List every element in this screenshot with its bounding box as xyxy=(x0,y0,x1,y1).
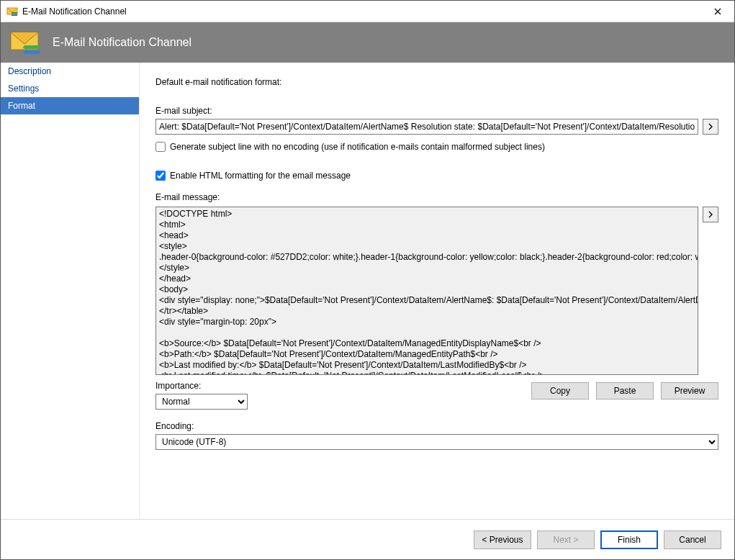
subject-insert-button[interactable] xyxy=(703,119,718,135)
close-button[interactable] xyxy=(701,1,734,22)
sidebar-item-label: Description xyxy=(8,66,51,76)
html-format-checkbox[interactable] xyxy=(155,171,166,181)
sidebar: Description Settings Format xyxy=(1,63,140,519)
content-pane: Default e-mail notification format: E-ma… xyxy=(140,63,734,519)
message-insert-button[interactable] xyxy=(703,207,718,222)
sidebar-item-format[interactable]: Format xyxy=(1,97,139,114)
message-label: E-mail message: xyxy=(155,192,718,202)
body: Description Settings Format Default e-ma… xyxy=(1,63,734,519)
no-encoding-label: Generate subject line with no encoding (… xyxy=(170,142,545,152)
previous-button[interactable]: < Previous xyxy=(474,530,531,549)
titlebar: E-Mail Notification Channel xyxy=(1,1,734,22)
app-icon xyxy=(6,6,18,17)
encoding-select[interactable]: Unicode (UTF-8) xyxy=(155,434,718,450)
sidebar-item-label: Format xyxy=(8,101,35,111)
sidebar-item-settings[interactable]: Settings xyxy=(1,80,139,97)
wizard-footer: < Previous Next > Finish Cancel xyxy=(1,519,734,559)
finish-button[interactable]: Finish xyxy=(600,530,658,549)
html-format-label: Enable HTML formatting for the email mes… xyxy=(170,171,351,181)
svg-rect-2 xyxy=(12,14,17,16)
sidebar-item-description[interactable]: Description xyxy=(1,63,139,80)
cancel-button[interactable]: Cancel xyxy=(664,530,721,549)
subject-input[interactable] xyxy=(155,119,698,135)
html-format-row[interactable]: Enable HTML formatting for the email mes… xyxy=(155,171,718,181)
header-band: E-Mail Notification Channel xyxy=(1,22,734,63)
importance-select[interactable]: Normal xyxy=(155,394,248,410)
dialog-window: E-Mail Notification Channel E-Mail Notif… xyxy=(0,0,735,560)
sidebar-item-label: Settings xyxy=(8,83,39,94)
next-button: Next > xyxy=(537,530,595,549)
no-encoding-row[interactable]: Generate subject line with no encoding (… xyxy=(155,142,718,152)
subject-label: E-mail subject: xyxy=(155,106,718,116)
no-encoding-checkbox[interactable] xyxy=(155,142,166,152)
message-textarea[interactable] xyxy=(155,207,698,375)
mail-icon xyxy=(9,28,44,57)
importance-label: Importance: xyxy=(155,381,248,391)
window-title: E-Mail Notification Channel xyxy=(22,6,701,17)
svg-rect-1 xyxy=(12,12,17,14)
intro-label: Default e-mail notification format: xyxy=(155,77,718,87)
header-title: E-Mail Notification Channel xyxy=(53,36,191,49)
encoding-label: Encoding: xyxy=(155,421,718,431)
